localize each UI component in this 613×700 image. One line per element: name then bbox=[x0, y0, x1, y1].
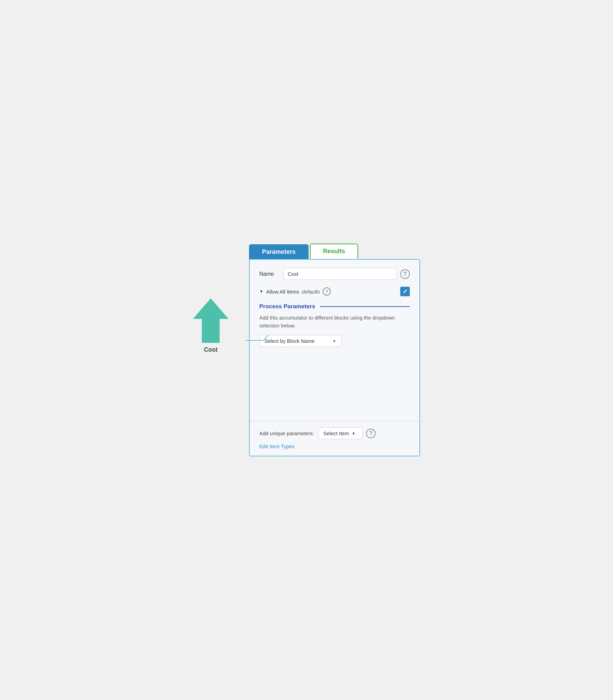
node-label: Cost bbox=[204, 346, 218, 353]
footer-help-icon[interactable]: ? bbox=[366, 429, 376, 438]
name-input[interactable] bbox=[283, 268, 397, 280]
main-panel: Name ? ▼ Allow All Items defaults ? Proc… bbox=[249, 259, 420, 456]
edit-item-types-link[interactable]: Edit Item Types bbox=[259, 443, 295, 449]
cost-node-arrow bbox=[193, 298, 229, 343]
process-params-divider bbox=[320, 306, 410, 307]
select-item-arrow-icon: ▼ bbox=[352, 431, 355, 436]
add-unique-params-label: Add unique parameters: bbox=[259, 430, 314, 436]
select-item-text: Select Item bbox=[323, 430, 349, 436]
tab-parameters[interactable]: Parameters bbox=[249, 244, 309, 259]
select-by-block-name-label: Select by Block Name bbox=[264, 338, 330, 344]
allow-chevron-icon[interactable]: ▼ bbox=[259, 289, 263, 294]
process-params-header: Process Parameters bbox=[259, 303, 410, 310]
process-params-description: Add this accumulator to different blocks… bbox=[259, 314, 410, 329]
name-help-icon[interactable]: ? bbox=[400, 269, 410, 279]
select-by-block-name-arrow-icon: ▼ bbox=[332, 339, 336, 343]
arrow-head bbox=[193, 298, 229, 319]
tab-results[interactable]: Results bbox=[310, 244, 358, 259]
page-wrapper: Cost Parameters Results Name ? ▼ bbox=[193, 244, 420, 456]
left-side: Cost bbox=[193, 244, 229, 353]
allow-all-items-label: Allow All Items bbox=[266, 289, 299, 295]
allow-defaults-label: defaults bbox=[302, 289, 320, 295]
select-by-block-name-dropdown[interactable]: Select by Block Name ▼ bbox=[259, 335, 341, 347]
tabs-row: Parameters Results bbox=[249, 244, 420, 259]
allow-help-icon[interactable]: ? bbox=[323, 287, 331, 296]
panel-footer: Add unique parameters: Select Item ▼ ? E… bbox=[250, 421, 419, 456]
panel-container: Parameters Results Name ? ▼ Allow All It… bbox=[249, 244, 420, 456]
arrow-body bbox=[202, 319, 220, 343]
panel-content: Name ? ▼ Allow All Items defaults ? Proc… bbox=[250, 260, 419, 421]
process-params-section: Process Parameters Add this accumulator … bbox=[259, 303, 410, 347]
footer-add-unique-row: Add unique parameters: Select Item ▼ ? bbox=[259, 427, 410, 439]
allow-all-items-checkbox[interactable] bbox=[400, 287, 410, 296]
select-item-dropdown[interactable]: Select Item ▼ bbox=[318, 427, 363, 439]
process-params-title: Process Parameters bbox=[259, 303, 315, 310]
panel-empty-space bbox=[259, 352, 410, 421]
name-label: Name bbox=[259, 271, 283, 277]
allow-all-items-row: ▼ Allow All Items defaults ? bbox=[259, 287, 410, 296]
name-row: Name ? bbox=[259, 268, 410, 280]
